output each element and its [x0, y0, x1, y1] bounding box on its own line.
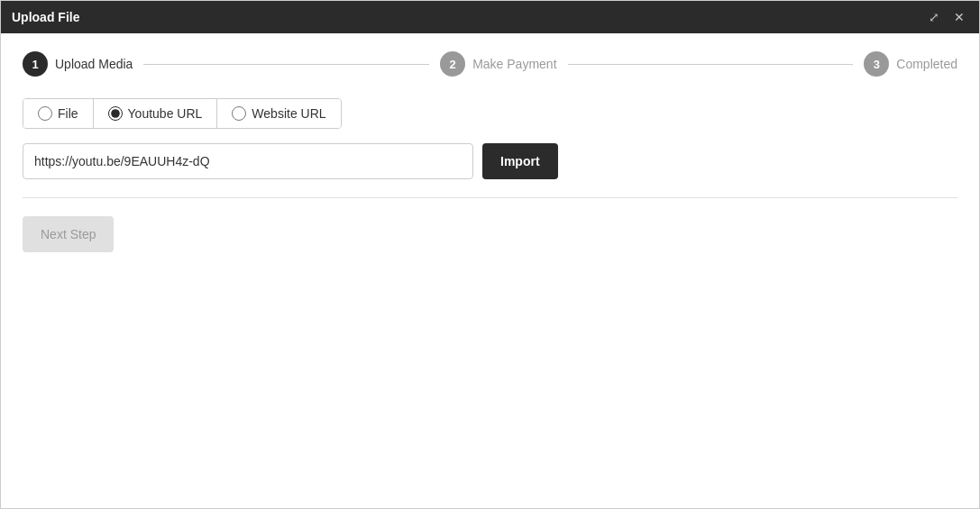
step-1-circle: 1 [23, 51, 48, 77]
window-controls: ⤢ ✕ [925, 9, 968, 25]
radio-option-file[interactable]: File [23, 99, 94, 128]
app-window: Upload File ⤢ ✕ 1 Upload Media 2 Make Pa… [0, 0, 980, 509]
radio-website[interactable] [232, 106, 246, 121]
radio-file[interactable] [38, 106, 52, 121]
next-step-button[interactable]: Next Step [23, 216, 114, 252]
divider [23, 197, 957, 198]
url-input-row: Import [23, 143, 957, 179]
url-input[interactable] [23, 143, 473, 179]
radio-website-label: Website URL [252, 106, 325, 121]
step-3: 3 Completed [864, 51, 957, 77]
radio-file-label: File [58, 106, 78, 121]
radio-option-website[interactable]: Website URL [217, 99, 340, 128]
step-2-label: Make Payment [472, 57, 556, 71]
expand-button[interactable]: ⤢ [925, 9, 943, 25]
step-connector-1 [143, 64, 429, 65]
close-button[interactable]: ✕ [950, 9, 968, 25]
step-1-label: Upload Media [55, 57, 133, 71]
step-connector-2 [568, 64, 854, 65]
steps-bar: 1 Upload Media 2 Make Payment 3 Complete… [23, 51, 957, 77]
titlebar: Upload File ⤢ ✕ [1, 1, 979, 33]
main-content: 1 Upload Media 2 Make Payment 3 Complete… [1, 33, 979, 508]
step-3-circle: 3 [864, 51, 889, 77]
media-type-radio-group: File Youtube URL Website URL [23, 98, 342, 129]
import-button[interactable]: Import [482, 143, 558, 179]
step-3-label: Completed [896, 57, 957, 71]
radio-youtube[interactable] [108, 106, 123, 121]
radio-option-youtube[interactable]: Youtube URL [94, 99, 218, 128]
step-2: 2 Make Payment [440, 51, 556, 77]
window-title: Upload File [12, 10, 79, 24]
radio-youtube-label: Youtube URL [128, 106, 203, 121]
step-2-circle: 2 [440, 51, 465, 77]
step-1: 1 Upload Media [23, 51, 133, 77]
